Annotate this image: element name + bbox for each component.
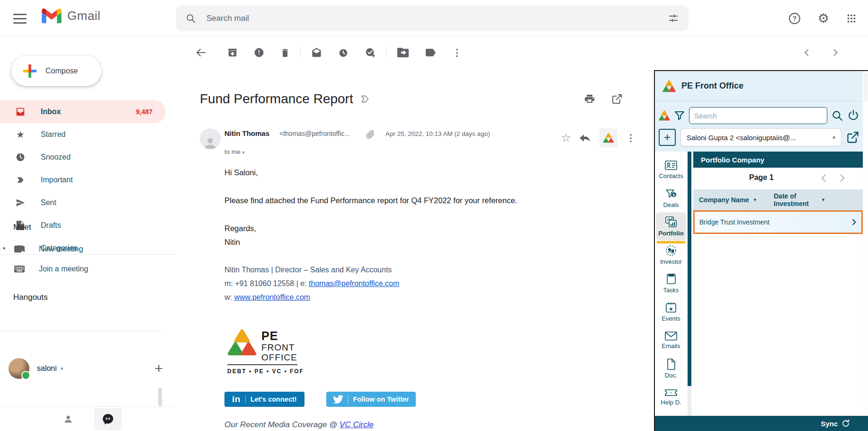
mark-unread-icon[interactable]: [311, 47, 322, 58]
hangouts-tab-icon[interactable]: [94, 408, 122, 430]
gmail-with-pe-front-office: Gmail Search mail ? ⚙: [0, 0, 868, 431]
page-prev-icon[interactable]: [819, 173, 829, 183]
contacts-tab-icon[interactable]: [54, 408, 82, 430]
column-company-name[interactable]: Company Name▼: [693, 196, 774, 204]
main-menu-icon[interactable]: [10, 10, 29, 27]
panel-footer: Sync: [655, 416, 868, 431]
sender-name[interactable]: Nitin Thomas: [224, 129, 269, 137]
help-icon[interactable]: ?: [788, 12, 801, 25]
sidebar-item-join-meeting[interactable]: Join a meeting: [0, 258, 166, 280]
print-icon[interactable]: [584, 93, 595, 105]
twitter-bird-icon: [333, 395, 343, 404]
archive-icon[interactable]: [227, 47, 238, 58]
search-mail-bar[interactable]: Search mail: [176, 6, 689, 31]
media-coverage-line: Our Recent Media Coverage @ VC Circle: [224, 420, 374, 430]
power-logout-icon[interactable]: [847, 109, 859, 122]
important-label-icon[interactable]: [360, 94, 370, 104]
sync-label: Sync: [821, 420, 838, 428]
pe-triangle-logo-icon: [227, 329, 257, 356]
add-to-tasks-icon[interactable]: [365, 47, 376, 58]
account-select[interactable]: Saloni Gupta 2 <saloniguptaiis@... ▾: [680, 128, 841, 146]
sidebar-item-new-meeting[interactable]: New meeting: [0, 238, 166, 260]
hangouts-user-row[interactable]: saloni ▾ +: [9, 355, 168, 382]
search-icon[interactable]: [186, 13, 196, 24]
vc-circle-link[interactable]: VC Circle: [340, 420, 374, 429]
rail-item-documents[interactable]: Doc.: [656, 354, 686, 383]
to-me-dropdown[interactable]: to me ▾: [224, 148, 245, 155]
newer-email-icon[interactable]: [803, 48, 811, 57]
sidebar-item-sent[interactable]: Sent: [0, 191, 166, 214]
panel-rail-scrollbar[interactable]: [688, 152, 691, 417]
settings-gear-icon[interactable]: ⚙: [818, 11, 829, 26]
events-calendar-icon: ★: [665, 301, 677, 314]
user-avatar[interactable]: [9, 358, 29, 379]
linkedin-connect-button[interactable]: in Let's connect!: [224, 392, 304, 407]
rail-item-deals[interactable]: $ Deals: [656, 184, 686, 212]
email-subject: Fund Performance Report: [200, 91, 353, 107]
pe-logo-tagline: DEBT • PE • VC • FOF: [227, 368, 304, 375]
gmail-logo[interactable]: Gmail: [42, 9, 100, 23]
compose-button[interactable]: Compose: [11, 56, 101, 86]
google-apps-icon[interactable]: [846, 13, 857, 24]
sidebar-item-important[interactable]: Important: [0, 169, 166, 191]
signature-contact-line: m: +91 81060 12558 | e: thomas@pefrontof…: [224, 279, 399, 288]
sidebar-item-snoozed[interactable]: Snoozed: [0, 146, 166, 169]
star-toggle-icon[interactable]: ☆: [561, 131, 571, 144]
sidebar-nav: Inbox 9,487 ★ Starred Snoozed Important: [0, 100, 176, 260]
signature-website-link[interactable]: www.pefrontoffice.com: [234, 293, 310, 301]
open-in-new-icon[interactable]: [611, 93, 623, 105]
sidebar-scrollbar[interactable]: [158, 387, 162, 406]
panel-search-input[interactable]: Search: [689, 107, 827, 124]
panel-search-icon[interactable]: [831, 109, 843, 122]
add-new-button[interactable]: +: [659, 129, 676, 146]
rail-item-events[interactable]: ★ Events: [656, 297, 686, 326]
rail-item-help-desk[interactable]: Help D.: [656, 383, 686, 411]
chevron-down-icon[interactable]: ▾: [61, 366, 63, 372]
annotation-highlight-box: Bridge Trust Investment: [693, 210, 863, 234]
rail-item-portfolio[interactable]: Portfolio: [656, 212, 686, 241]
move-to-icon[interactable]: [397, 48, 409, 57]
snooze-icon[interactable]: [338, 47, 349, 58]
svg-text:★: ★: [669, 306, 673, 312]
more-options-icon[interactable]: ⋮: [452, 47, 462, 58]
sidebar-footer: [0, 406, 176, 431]
rail-item-tasks[interactable]: Tasks: [656, 269, 686, 297]
message-more-icon[interactable]: ⋮: [626, 132, 635, 144]
pe-front-office-extension-button[interactable]: [600, 128, 617, 147]
labels-icon[interactable]: [425, 48, 436, 57]
pe-logo-icon: [662, 80, 676, 92]
email-toolbar: ⋮: [176, 37, 868, 68]
sidebar-divider: [0, 331, 161, 331]
sender-avatar[interactable]: [200, 128, 221, 149]
report-spam-icon[interactable]: [254, 47, 264, 58]
portfolio-company-row[interactable]: Bridge Trust Investment: [695, 212, 861, 233]
sort-caret-icon[interactable]: ▼: [821, 198, 825, 202]
star-icon: ★: [14, 129, 27, 140]
sidebar-item-starred[interactable]: ★ Starred: [0, 123, 166, 146]
panel-nav-rail: Contacts $ Deals Portfolio: [655, 152, 687, 417]
svg-text:?: ?: [792, 15, 796, 22]
help-desk-ticket-icon: [664, 388, 678, 397]
search-mail-placeholder[interactable]: Search mail: [206, 14, 668, 23]
open-app-external-icon[interactable]: [846, 131, 859, 144]
reply-icon[interactable]: [580, 133, 591, 143]
sidebar-item-inbox[interactable]: Inbox 9,487: [0, 100, 166, 123]
column-date-of-investment[interactable]: Date of Investment▼: [774, 192, 863, 207]
signature-email-link[interactable]: thomas@pefrontoffice.com: [309, 279, 399, 287]
portfolio-company-header: Portfolio Company: [693, 152, 863, 168]
rail-item-emails[interactable]: Emails: [656, 326, 686, 354]
filter-funnel-icon[interactable]: [674, 110, 685, 121]
row-expand-chevron-icon[interactable]: [850, 218, 858, 226]
search-options-icon[interactable]: [668, 13, 679, 24]
delete-icon[interactable]: [280, 47, 290, 58]
sort-caret-icon[interactable]: ▼: [753, 198, 757, 202]
new-conversation-button[interactable]: +: [154, 360, 163, 377]
older-email-icon[interactable]: [831, 48, 840, 57]
rail-item-investor[interactable]: Investor: [656, 241, 686, 269]
back-icon[interactable]: [195, 47, 206, 58]
twitter-follow-button[interactable]: Follow on Twitter: [326, 392, 416, 407]
rail-item-contacts[interactable]: Contacts: [656, 155, 686, 184]
page-next-icon[interactable]: [837, 173, 847, 183]
sync-refresh-icon[interactable]: [841, 419, 850, 428]
pe-logo-small-icon: [659, 110, 670, 121]
